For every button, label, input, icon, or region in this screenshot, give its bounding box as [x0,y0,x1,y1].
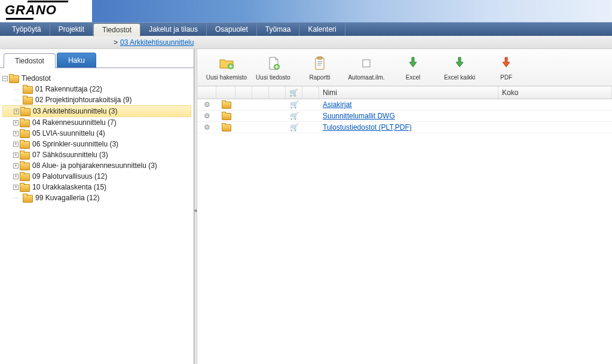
tree-item-label: 01 Rakennuttaja (22) [35,85,102,93]
expand-icon[interactable]: + [13,142,19,147]
tree-leaf-icon: ⋯ [13,195,22,201]
gear-icon[interactable]: ⚙ [204,100,210,109]
grid-row[interactable]: ⚙🛒Suunnittelumallit DWG [197,111,612,122]
folder-icon [222,112,231,120]
folder-icon [20,162,29,170]
tree-item[interactable]: ⋯01 Rakennuttaja (22) [2,84,191,94]
tree-root[interactable]: − Tiedostot [2,73,191,84]
app-header: GRANO Työpöytä Projektit Tiedostot Jakel… [0,0,612,36]
grid-body: ⚙🛒Asiakirjat⚙🛒Suunnittelumallit DWG⚙🛒Tul… [197,99,612,364]
expand-icon[interactable]: + [13,131,19,136]
tree-leaf-icon: ⋯ [13,97,22,103]
splitter[interactable] [194,49,197,364]
folder-icon [222,124,231,131]
folder-icon [20,130,29,137]
folder-icon [23,96,32,104]
tree-item-label: 99 Kuvagalleria (12) [35,194,99,202]
pdf-arrow-icon [498,55,515,72]
clipboard-icon [311,55,328,72]
breadcrumb: > 03 Arkkitehtisuunnittelu [0,36,612,49]
expand-icon[interactable]: + [13,152,19,158]
tree-item-label: 02 Projektinjohtourakoitsija (9) [35,96,131,104]
folder-icon [20,173,29,181]
tree-item-label: 05 LVIA-suunnittelu (4) [32,129,105,137]
breadcrumb-prefix: > [114,38,118,47]
folder-plus-icon [218,55,235,72]
tree-item[interactable]: ⋯99 Kuvagalleria (12) [2,192,191,203]
column-size[interactable]: Koko [498,87,612,99]
folder-icon [20,183,29,191]
tree-item-label: 03 Arkkitehtisuunnittelu (3) [33,107,117,115]
new-file-button[interactable]: Uusi tiedosto [250,54,296,82]
nav-worksite[interactable]: Työmaa [257,23,300,36]
svg-rect-3 [317,57,322,59]
excel-all-arrow-icon [451,55,468,72]
file-plus-icon [265,55,281,72]
tree-item-label: 09 Paloturvallisuus (12) [32,172,107,181]
report-button[interactable]: Raportti [296,54,343,82]
nav-desktop[interactable]: Työpöytä [4,23,50,36]
tree-item[interactable]: +10 Urakkalaskenta (15) [2,182,191,192]
sidebar-tab-files[interactable]: Tiedostot [4,53,56,68]
excel-all-button[interactable]: Excel kaikki [436,54,483,82]
nav-projects[interactable]: Projektit [50,23,93,36]
tree-item[interactable]: +04 Rakennesuunnittelu (7) [2,117,191,128]
excel-button[interactable]: Excel [390,54,436,82]
pdf-button[interactable]: PDF [483,54,530,82]
tree-item[interactable]: +07 Sähkösuunnittelu (3) [2,149,191,160]
tree-item-label: 04 Rakennesuunnittelu (7) [32,118,117,127]
cart-icon[interactable]: 🛒 [290,123,299,131]
cart-icon[interactable]: 🛒 [290,112,299,120]
tree-item[interactable]: +08 Alue- ja pohjarakennesuunnittelu (3) [2,160,191,171]
new-directory-button[interactable]: Uusi hakemisto [203,54,250,82]
expand-icon[interactable]: + [13,163,19,169]
expand-icon[interactable]: + [14,109,19,114]
nav-files[interactable]: Tiedostot [93,23,140,36]
tree-item[interactable]: +03 Arkkitehtisuunnittelu (3) [2,105,191,117]
tree-item[interactable]: +09 Paloturvallisuus (12) [2,171,191,182]
main-nav: Työpöytä Projektit Tiedostot Jakelut ja … [0,22,612,36]
grid-row[interactable]: ⚙🛒Tulostustiedostot (PLT,PDF) [197,122,612,133]
excel-arrow-icon [405,55,421,72]
folder-tree: − Tiedostot ⋯01 Rakennuttaja (22)⋯02 Pro… [0,68,194,364]
folder-icon [222,101,231,108]
tree-item[interactable]: +06 Sprinkler-suunnittelu (3) [2,139,191,149]
expand-icon[interactable]: + [13,120,19,126]
expand-icon[interactable]: + [13,174,19,179]
grid-header: 🛒 Nimi Koko [197,86,612,99]
cart-icon[interactable]: 🛒 [290,100,299,109]
toolbar: Uusi hakemisto Uusi tiedosto Raportti Au… [197,49,612,86]
auto-notify-toggle[interactable]: Automaat.ilm. [343,54,390,82]
folder-link[interactable]: Suunnittelumallit DWG [323,112,395,120]
main-panel: Uusi hakemisto Uusi tiedosto Raportti Au… [197,49,612,364]
sidebar-tab-search[interactable]: Haku [57,53,96,68]
logo: GRANO [5,2,57,18]
tree-item-label: 10 Urakkalaskenta (15) [32,183,106,191]
tree-item-label: 07 Sähkösuunnittelu (3) [32,151,108,159]
grid-row[interactable]: ⚙🛒Asiakirjat [197,99,612,111]
tree-item-label: 06 Sprinkler-suunnittelu (3) [32,140,118,148]
expand-icon[interactable]: + [13,185,19,190]
nav-calendar[interactable]: Kalenteri [299,23,345,36]
tree-item-label: 08 Alue- ja pohjarakennesuunnittelu (3) [32,161,157,170]
folder-icon [20,140,29,148]
gear-icon[interactable]: ⚙ [204,123,210,131]
column-name[interactable]: Nimi [319,87,498,99]
tree-item[interactable]: ⋯02 Projektinjohtourakoitsija (9) [2,94,191,105]
nav-parties[interactable]: Osapuolet [207,23,257,36]
tree-item[interactable]: +05 LVIA-suunnittelu (4) [2,128,191,139]
folder-link[interactable]: Tulostustiedostot (PLT,PDF) [323,123,412,131]
folder-icon [20,119,29,127]
gear-icon[interactable]: ⚙ [204,112,210,120]
folder-icon [23,194,32,202]
nav-distributions[interactable]: Jakelut ja tilaus [140,23,207,36]
collapse-icon[interactable]: − [2,76,8,81]
breadcrumb-link[interactable]: 03 Arkkitehtisuunnittelu [120,38,194,47]
sidebar: Tiedostot Haku − Tiedostot ⋯01 Rakennutt… [0,49,194,364]
folder-link[interactable]: Asiakirjat [323,100,352,109]
cart-icon[interactable]: 🛒 [289,88,298,97]
svg-rect-4 [363,60,370,67]
folder-icon [20,151,29,159]
folder-icon [9,75,19,82]
tree-leaf-icon: ⋯ [13,86,22,93]
